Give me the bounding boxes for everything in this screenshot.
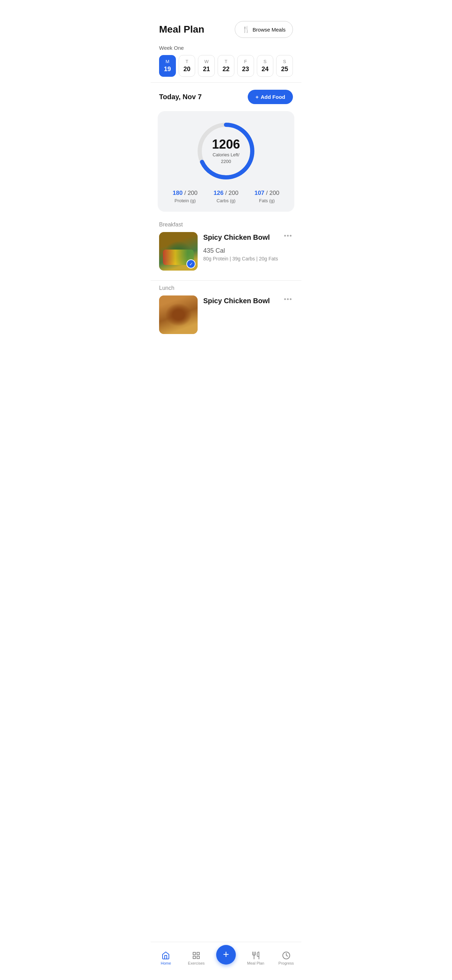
add-food-label: Add Food [261,94,285,100]
breakfast-name-row: Spicy Chicken Bowl [203,234,293,242]
day-number-22: 22 [223,65,229,73]
browse-meals-button[interactable]: 🍴 Browse Meals [235,21,293,38]
lunch-bowl-graphic [159,296,197,334]
add-food-button[interactable]: + Add Food [248,90,293,104]
day-monday[interactable]: M 19 [159,55,176,77]
today-label: Today, Nov 7 [159,93,202,101]
breakfast-meal-name: Spicy Chicken Bowl [203,234,283,242]
day-tuesday[interactable]: T 20 [179,55,196,77]
breakfast-macros: 80g Protein | 39g Carbs | 20g Fats [203,256,293,261]
calories-circle: 1206 Calories Left/2200 [194,119,258,183]
dot-3 [290,298,291,300]
day-saturday[interactable]: S 24 [257,55,274,77]
browse-meals-label: Browse Meals [253,27,286,33]
circle-text: 1206 Calories Left/2200 [212,137,240,165]
lunch-meal-item[interactable]: Spicy Chicken Bowl [159,296,293,341]
macro-fats-name: Fats (g) [259,198,275,203]
breakfast-image-container: ✓ [159,232,197,270]
macro-carbs-values: 126 / 200 [214,189,239,197]
day-letter-fri: F [244,59,247,64]
day-thursday[interactable]: T 22 [218,55,234,77]
breakfast-label: Breakfast [159,221,293,228]
week-section: Week One M 19 T 20 W 21 T 22 F 23 [151,42,301,83]
macro-protein-values: 180 / 200 [173,189,197,197]
day-number-25: 25 [281,65,288,73]
calories-circle-container: 1206 Calories Left/2200 [165,119,287,183]
lunch-meal-name: Spicy Chicken Bowl [203,297,283,305]
dot-1 [284,298,286,300]
lunch-name-row: Spicy Chicken Bowl [203,297,293,305]
day-letter-sun: S [283,59,286,64]
dot-2 [287,298,289,300]
day-letter-tue: T [186,59,188,64]
macro-carbs: 126 / 200 Carbs (g) [214,189,239,203]
dot-3 [290,235,291,237]
breakfast-calories: 435 Cal [203,247,293,255]
dot-1 [284,235,286,237]
breakfast-section: Breakfast ✓ Spicy Chicken Bowl 435 Cal [151,217,301,280]
day-number-23: 23 [242,65,249,73]
page-title: Meal Plan [159,24,204,35]
day-number-19: 19 [164,65,171,73]
day-letter-thu: T [224,59,228,64]
day-wednesday[interactable]: W 21 [198,55,215,77]
day-number-21: 21 [203,65,210,73]
lunch-meal-info: Spicy Chicken Bowl [203,296,293,310]
macro-carbs-total: / 200 [225,189,239,196]
calories-number: 1206 [212,137,240,151]
lunch-more-button[interactable] [283,297,293,301]
lunch-section: Lunch Spicy Chicken Bowl [151,281,301,344]
macro-fats-current: 107 [255,189,264,196]
day-letter-sat: S [264,59,267,64]
status-bar [151,0,301,16]
macro-protein-current: 180 [173,189,183,196]
macro-carbs-current: 126 [214,189,224,196]
fork-knife-icon: 🍴 [242,25,250,33]
macro-carbs-name: Carbs (g) [216,198,236,203]
lunch-image [159,296,197,334]
macros-row: 180 / 200 Protein (g) 126 / 200 Carbs (g… [165,189,287,203]
breakfast-meal-item[interactable]: ✓ Spicy Chicken Bowl 435 Cal 80g Protein… [159,232,293,278]
day-number-24: 24 [261,65,268,73]
macro-protein: 180 / 200 Protein (g) [173,189,197,203]
breakfast-more-button[interactable] [283,234,293,238]
lunch-label: Lunch [159,285,293,291]
macro-protein-name: Protein (g) [175,198,196,203]
day-letter-wed: W [204,59,208,64]
macro-fats: 107 / 200 Fats (g) [255,189,279,203]
plus-icon: + [255,94,259,100]
dot-2 [287,235,289,237]
today-section: Today, Nov 7 + Add Food [151,83,301,108]
page-header: Meal Plan 🍴 Browse Meals [151,16,301,42]
days-row: M 19 T 20 W 21 T 22 F 23 S 24 [159,55,293,77]
day-sunday[interactable]: S 25 [276,55,293,77]
macro-protein-total: / 200 [184,189,197,196]
week-label: Week One [159,45,293,51]
calories-label: Calories Left/2200 [213,152,240,164]
day-number-20: 20 [184,65,191,73]
macro-fats-values: 107 / 200 [255,189,279,197]
macro-fats-total: / 200 [266,189,279,196]
calories-card: 1206 Calories Left/2200 180 / 200 Protei… [158,111,294,212]
day-letter-mon: M [166,59,169,64]
breakfast-meal-info: Spicy Chicken Bowl 435 Cal 80g Protein |… [203,232,293,261]
meal-check-icon: ✓ [186,259,196,269]
lunch-image-container [159,296,197,334]
day-friday[interactable]: F 23 [237,55,254,77]
